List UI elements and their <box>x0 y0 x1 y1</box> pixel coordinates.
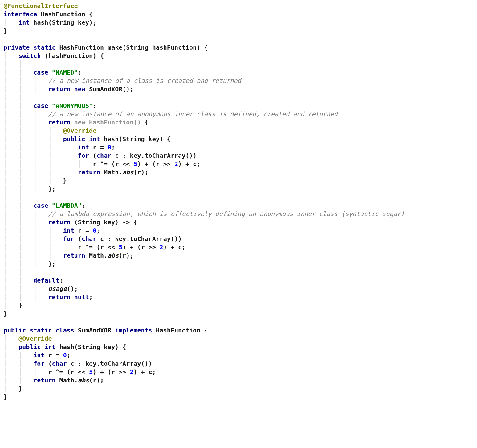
code-line: public static class SumAndXOR implements… <box>4 327 208 334</box>
indent-guide: │ │ │ <box>4 218 48 226</box>
number-literal: 2 <box>160 243 163 251</box>
code-text: r = <box>89 144 108 151</box>
code-line: │ │ │ │ │ │ r ^= (r << 5) + (r >> 2) + c… <box>4 160 200 168</box>
indent-guide: │ │ │ │ <box>4 252 63 259</box>
code-line: │ │ │ r ^= (r << 5) + (r >> 2) + c; <box>4 368 156 376</box>
code-line: │ │ default: <box>4 277 63 284</box>
code-line: │ │ │ │ int r = 0; <box>4 227 100 234</box>
code-line: │ │ │ │ return Math.abs(r); <box>4 252 133 259</box>
code-text: ) + c; <box>133 368 156 376</box>
keyword: return null <box>48 293 89 301</box>
code-line: │ │ <box>4 60 33 68</box>
number-literal: 5 <box>133 160 137 168</box>
code-text: (r); <box>119 252 133 259</box>
keyword: char <box>82 235 96 242</box>
string-literal: "NAMED" <box>52 69 78 76</box>
keyword: public int <box>18 343 55 351</box>
indent-guide: │ <box>4 52 18 59</box>
code-text: ) + c; <box>178 160 200 168</box>
code-line: │ │ │ │ } <box>4 177 67 184</box>
code-text: c : key.toCharArray()) <box>96 235 182 242</box>
keyword: case <box>33 202 52 209</box>
indent-guide: │ <box>4 335 18 342</box>
indent-guide: │ │ │ │ <box>4 227 63 234</box>
code-text: HashFunction { <box>37 10 93 18</box>
indent-guide: │ │ <box>4 352 33 359</box>
annotation: @Override <box>18 335 52 342</box>
code-line: │ │ │ // a new instance of an anonymous … <box>4 110 338 118</box>
code-line: │ │ int r = 0; <box>4 352 71 359</box>
code-line: │ │ │ // a new instance of a class is cr… <box>4 77 241 84</box>
code-line: │ @Override <box>4 335 52 342</box>
keyword: private static <box>4 44 56 51</box>
indent-guide: │ │ <box>4 94 33 101</box>
indent-guide: │ │ <box>4 277 33 284</box>
code-text: r = <box>74 227 93 234</box>
code-line: private static HashFunction make(String … <box>4 44 208 51</box>
code-text: ( <box>44 360 52 367</box>
keyword: int <box>63 227 74 234</box>
code-line: │ │ <box>4 193 33 201</box>
code-line: │ │ │ return (String key) -> { <box>4 218 137 226</box>
indent-guide: │ <box>4 302 18 309</box>
keyword: case <box>33 102 52 109</box>
keyword: public static class <box>4 327 74 334</box>
keyword: int <box>18 19 30 26</box>
code-text: Math. <box>100 169 122 176</box>
keyword: interface <box>4 10 37 18</box>
code-text: ) + (r >> <box>137 160 174 168</box>
code-line: │ │ │ │ │ r ^= (r << 5) + (r >> 2) + c; <box>4 243 186 251</box>
code-text: } <box>4 27 7 35</box>
indent-guide: │ │ │ <box>4 110 48 118</box>
code-line: │ │ │ │ public int hash(String key) { <box>4 135 171 143</box>
code-text: : <box>78 69 82 76</box>
code-text: r ^= (r << <box>93 160 133 168</box>
indent-guide: │ │ │ <box>4 119 48 126</box>
keyword: for <box>63 235 74 242</box>
code-text: }; <box>48 185 56 193</box>
code-line: │ } <box>4 385 22 392</box>
indent-guide: │ │ <box>4 69 33 76</box>
comment: // a new instance of a class is created … <box>48 77 241 84</box>
keyword: return <box>48 218 71 226</box>
code-line: } <box>4 27 7 35</box>
code-line: │ │ │ }; <box>4 185 56 193</box>
indent-guide: │ │ <box>4 268 33 276</box>
code-text: ) + c; <box>163 243 186 251</box>
keyword: return <box>33 377 55 384</box>
keyword: for <box>33 360 44 367</box>
indent-guide: │ <box>4 385 18 392</box>
indent-guide: │ │ │ │ │ <box>4 144 78 151</box>
indent-guide: │ │ │ │ │ <box>4 169 78 176</box>
indent-guide: │ │ │ │ <box>4 235 63 242</box>
code-text: { <box>141 119 149 126</box>
code-text: ; <box>96 227 100 234</box>
code-text: ( <box>89 152 96 159</box>
code-text: r ^= (r << <box>48 368 89 376</box>
number-literal: 5 <box>89 368 93 376</box>
indent-guide: │ │ │ │ <box>4 177 63 184</box>
code-text: (hashFunction) { <box>41 52 104 59</box>
code-line: │ │ │ return new SumAndXOR(); <box>4 85 133 93</box>
code-text: } <box>18 385 22 392</box>
indent-guide: │ │ │ │ <box>4 127 63 134</box>
code-line: │ │ │ │ │ for (char c : key.toCharArray(… <box>4 152 197 159</box>
indent-guide: │ │ │ │ │ <box>4 152 78 159</box>
keyword: implements <box>115 327 152 334</box>
code-text: ) + (r >> <box>122 243 159 251</box>
code-text: ; <box>89 293 93 301</box>
code-line: │ } <box>4 302 22 309</box>
code-editor[interactable]: @FunctionalInterface interface HashFunct… <box>0 0 477 403</box>
code-line: │ │ │ // a lambda expression, which is e… <box>4 210 404 218</box>
code-line: │ │ │ return new HashFunction() { <box>4 119 149 126</box>
code-line: interface HashFunction { <box>4 10 93 18</box>
indent-guide: │ │ │ │ │ <box>4 243 78 251</box>
indent-guide: │ │ │ <box>4 260 48 267</box>
code-text: } <box>4 310 7 317</box>
dimmed-text: new HashFunction() <box>74 119 141 126</box>
code-line: │ │ │ return null; <box>4 293 93 301</box>
code-text: (); <box>67 285 78 292</box>
code-text: (String key) -> { <box>71 218 137 226</box>
number-literal: 0 <box>63 352 67 359</box>
keyword: int <box>33 352 44 359</box>
